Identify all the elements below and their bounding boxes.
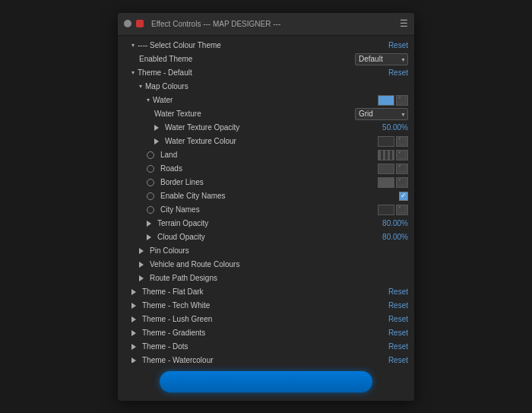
water-texture-colour-picker-icon[interactable]: ⬛ [396,136,408,147]
map-colours-label: Map Colours [145,82,188,91]
land-color-picker-icon[interactable]: ⬛ [396,150,408,160]
land-label: Land [160,151,177,159]
roads-row: Roads ⬛ [118,162,414,176]
record-button[interactable] [136,20,144,27]
enable-city-names-label: Enable City Names [160,192,226,200]
water-color-picker-icon[interactable]: ⬛ [396,95,408,106]
reset-theme-flat-dark-button[interactable]: Reset [388,288,408,296]
map-colours-row: ▾ Map Colours [118,80,414,94]
land-circle-icon [147,151,154,159]
select-colour-theme-row: ▾ ---- Select Colour Theme Reset [118,39,414,52]
apply-button[interactable] [160,371,372,392]
city-names-color-swatch[interactable] [378,205,394,215]
water-texture-opacity-label: Water Texture Opacity [165,123,239,132]
vehicle-route-expand-icon[interactable] [139,262,144,268]
terrain-opacity-expand-icon[interactable] [147,221,151,227]
route-path-row: Route Path Designs [118,272,414,285]
water-collapse-icon[interactable]: ▾ [147,97,150,103]
theme-tech-white-label: Theme - Tech White [142,301,210,310]
theme-flat-dark-row: Theme - Flat Dark Reset [118,285,414,299]
land-color-swatch[interactable] [378,150,394,160]
border-lines-color-picker-icon[interactable]: ⬛ [396,177,408,188]
close-button[interactable] [124,20,131,27]
theme-dots-row: Theme - Dots Reset [118,340,414,354]
enable-city-names-checkbox[interactable] [399,192,408,201]
theme-default-row: ▾ Theme - Default Reset [118,66,414,80]
water-texture-colour-row: Water Texture Colour ⬛ [118,135,414,148]
enabled-theme-row: Enabled Theme Default [118,52,414,66]
route-path-expand-icon[interactable] [139,275,144,281]
water-texture-row: Water Texture Grid [118,107,414,121]
water-texture-label: Water Texture [154,110,201,118]
enable-city-names-circle-icon [147,192,154,200]
water-texture-opacity-value[interactable]: 50.00% [382,123,408,132]
land-row: Land ⬛ [118,148,414,162]
city-names-color-picker-icon[interactable]: ⬛ [396,205,408,215]
theme-watercolour-label: Theme - Watercolour [142,356,214,363]
city-names-row: City Names ⬛ [118,203,414,217]
enable-city-names-row: Enable City Names [118,189,414,203]
reset-theme-watercolour-button[interactable]: Reset [388,356,408,363]
border-lines-row: Border Lines ⬛ [118,176,414,189]
cloud-opacity-value[interactable]: 80.00% [382,233,408,241]
enabled-theme-dropdown[interactable]: Default [355,53,408,65]
theme-gradients-expand-icon[interactable] [131,330,136,336]
water-texture-opacity-expand-icon[interactable] [154,125,159,131]
vehicle-route-label: Vehicle and Route Colours [150,260,239,268]
theme-flat-dark-expand-icon[interactable] [131,289,136,295]
water-texture-colour-swatch[interactable] [378,136,394,147]
border-lines-label: Border Lines [160,178,204,186]
collapse-icon[interactable]: ▾ [131,42,135,49]
pin-colours-label: Pin Colours [150,246,189,255]
terrain-opacity-label: Terrain Opacity [157,219,208,227]
roads-label: Roads [160,164,182,173]
panel-content: ▾ ---- Select Colour Theme Reset Enabled… [118,36,414,363]
theme-tech-white-row: Theme - Tech White Reset [118,299,414,313]
reset-theme-tech-white-button[interactable]: Reset [388,301,408,310]
theme-flat-dark-label: Theme - Flat Dark [142,288,204,296]
reset-colour-theme-button[interactable]: Reset [388,41,408,49]
terrain-opacity-value[interactable]: 80.00% [382,219,408,227]
water-texture-dropdown[interactable]: Grid [355,108,408,120]
enabled-theme-dropdown-wrapper: Default [355,53,408,65]
theme-dots-label: Theme - Dots [142,342,188,351]
theme-tech-white-expand-icon[interactable] [131,303,136,309]
cloud-opacity-row: Cloud Opacity 80.00% [118,230,414,244]
border-lines-color-swatch[interactable] [378,177,394,188]
water-texture-opacity-row: Water Texture Opacity 50.00% [118,121,414,135]
roads-color-picker-icon[interactable]: ⬛ [396,164,408,174]
water-texture-dropdown-wrapper: Grid [355,108,408,120]
cloud-opacity-expand-icon[interactable] [147,234,151,240]
menu-icon[interactable]: ☰ [400,18,408,29]
roads-color-swatch[interactable] [378,164,394,174]
theme-watercolour-expand-icon[interactable] [131,357,136,363]
reset-theme-lush-green-button[interactable]: Reset [388,315,408,323]
water-texture-colour-label: Water Texture Colour [165,137,236,145]
theme-default-collapse-icon[interactable]: ▾ [131,69,135,76]
reset-theme-dots-button[interactable]: Reset [388,342,408,351]
water-label: Water [153,96,173,104]
city-names-label: City Names [160,205,200,214]
panel-footer [118,363,414,401]
theme-dots-expand-icon[interactable] [131,344,136,350]
theme-lush-green-row: Theme - Lush Green Reset [118,313,414,326]
cloud-opacity-label: Cloud Opacity [157,233,205,241]
water-texture-colour-expand-icon[interactable] [154,138,159,145]
water-color-swatch[interactable] [378,95,394,106]
route-path-label: Route Path Designs [150,274,217,282]
map-colours-collapse-icon[interactable]: ▾ [139,83,142,90]
enabled-theme-label: Enabled Theme [139,55,192,63]
theme-lush-green-expand-icon[interactable] [131,316,136,322]
effect-controls-panel: Effect Controls --- MAP DESIGNER --- ☰ ▾… [118,13,414,401]
panel-title: Effect Controls --- MAP DESIGNER --- [151,20,395,28]
theme-watercolour-row: Theme - Watercolour Reset [118,354,414,363]
roads-circle-icon [147,165,154,173]
reset-theme-gradients-button[interactable]: Reset [388,329,408,337]
vehicle-route-row: Vehicle and Route Colours [118,258,414,272]
reset-theme-default-button[interactable]: Reset [388,68,408,77]
terrain-opacity-row: Terrain Opacity 80.00% [118,217,414,230]
water-row: ▾ Water ⬛ [118,94,414,107]
theme-gradients-row: Theme - Gradients Reset [118,326,414,340]
theme-gradients-label: Theme - Gradients [142,329,205,337]
pin-colours-expand-icon[interactable] [139,248,144,254]
